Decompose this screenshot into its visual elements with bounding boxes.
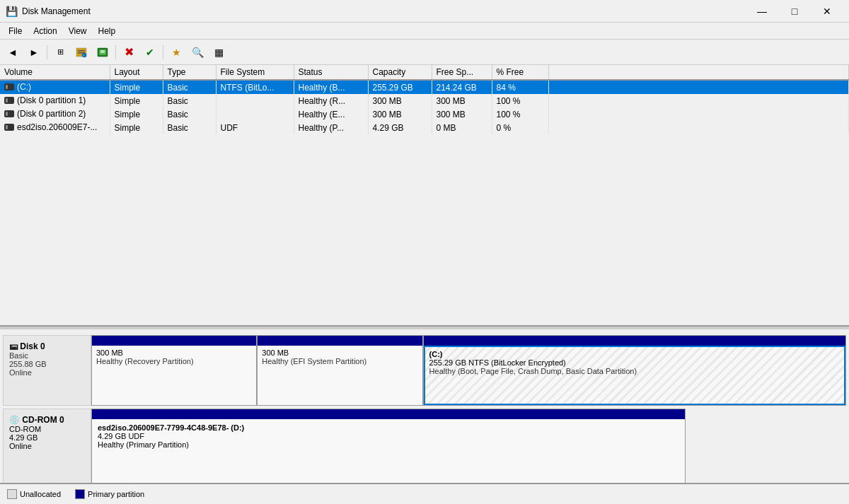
row-icon-0: (C:) [4, 82, 31, 92]
disk0-type: Basic [9, 351, 85, 360]
minimize-button[interactable]: — [746, 0, 778, 23]
disk0-partition1-header [92, 336, 256, 346]
window-controls: — □ ✕ [746, 0, 843, 23]
disk0-partition2[interactable]: 300 MB Healthy (EFI System Partition) [258, 336, 423, 405]
table-cell-6: 0 MB [432, 121, 492, 134]
toolbar-back[interactable]: ◄ [3, 42, 23, 62]
table-cell-5: 300 MB [368, 107, 432, 121]
disk-small-icon [4, 83, 14, 90]
toolbar-delete[interactable]: ✖ [119, 42, 139, 62]
col-free[interactable]: Free Sp... [432, 65, 492, 80]
disk0-partition1[interactable]: 300 MB Healthy (Recovery Partition) [92, 336, 258, 405]
table-cell-1: Simple [110, 80, 163, 94]
table-cell-7: 84 % [492, 80, 548, 94]
table-cell-1: Simple [110, 94, 163, 107]
menu-file[interactable]: File [3, 25, 28, 37]
table-cell-6: 300 MB [432, 107, 492, 121]
cdrom0-partitions[interactable]: esd2iso.206009E7-7799-4C48-9E78- (D:) 4.… [91, 409, 686, 483]
table-cell-1: Simple [110, 121, 163, 134]
toolbar-grid[interactable]: ▦ [209, 42, 229, 62]
table-cell-4: Healthy (P... [294, 121, 368, 134]
table-cell-6: 214.24 GB [432, 80, 492, 94]
menu-view[interactable]: View [63, 25, 93, 37]
close-button[interactable]: ✕ [811, 0, 843, 23]
col-pctfree[interactable]: % Free [492, 65, 548, 80]
table-row[interactable]: esd2iso.206009E7-...SimpleBasicUDFHealth… [0, 121, 849, 134]
disk0-partitions: 300 MB Healthy (Recovery Partition) 300 … [91, 335, 846, 406]
row-icon-3: esd2iso.206009E7-... [4, 122, 97, 132]
table-cell-3: NTFS (BitLo... [216, 80, 294, 94]
disk0-partition1-desc: Healthy (Recovery Partition) [96, 357, 252, 365]
disk0-partition3-desc: Healthy (Boot, Page File, Crash Dump, Ba… [429, 367, 840, 375]
table-cell-2: Basic [163, 80, 216, 94]
toolbar-search[interactable]: 🔍 [187, 42, 207, 62]
disk0-partition3[interactable]: (C:) 255.29 GB NTFS (BitLocker Encrypted… [424, 336, 845, 405]
toolbar-check[interactable]: ✔ [140, 42, 160, 62]
table-cell-3 [216, 94, 294, 107]
col-volume[interactable]: Volume [0, 65, 110, 80]
toolbar-star[interactable]: ★ [166, 42, 186, 62]
table-row[interactable]: (C:)SimpleBasicNTFS (BitLo...Healthy (B.… [0, 80, 849, 94]
disk0-row: 🖴 Disk 0 Basic 255.88 GB Online 300 MB H… [0, 335, 849, 406]
toolbar-properties[interactable]: i [71, 42, 91, 62]
cdrom0-header [92, 409, 685, 419]
cdrom0-type: CD-ROM [9, 425, 85, 433]
legend-bar: Unallocated Primary partition [0, 483, 849, 504]
cdrom0-row: 💿 CD-ROM 0 CD-ROM 4.29 GB Online esd2iso… [0, 409, 849, 483]
table-cell-7: 0 % [492, 121, 548, 134]
table-cell-5: 4.29 GB [368, 121, 432, 134]
table-cell-0: (Disk 0 partition 1) [0, 94, 110, 107]
disk0-partition3-body: (C:) 255.29 GB NTFS (BitLocker Encrypted… [424, 346, 845, 405]
table-cell-3: UDF [216, 121, 294, 134]
table-cell-8 [548, 107, 849, 121]
legend-primary: Primary partition [75, 489, 144, 499]
menu-help[interactable]: Help [93, 25, 122, 37]
disk-small-icon [4, 124, 14, 131]
disk0-partition2-header [258, 336, 422, 346]
table-cell-4: Healthy (R... [294, 94, 368, 107]
disk0-partition2-desc: Healthy (EFI System Partition) [262, 357, 417, 365]
cdrom0-size: 4.29 GB [9, 433, 85, 442]
table-cell-1: Simple [110, 107, 163, 121]
table-cell-4: Healthy (B... [294, 80, 368, 94]
table-cell-7: 100 % [492, 107, 548, 121]
toolbar-up[interactable]: ⊞ [50, 42, 70, 62]
disk0-icon: 🖴 [9, 341, 20, 351]
toolbar: ◄ ► ⊞ i ✖ ✔ ★ 🔍 ▦ [0, 40, 849, 65]
main-content: Volume Layout Type File System Status Ca… [0, 65, 849, 504]
disk0-name: 🖴 Disk 0 [9, 341, 85, 351]
cdrom0-vol-health: Healthy (Primary Partition) [98, 440, 679, 449]
table-row[interactable]: (Disk 0 partition 2)SimpleBasicHealthy (… [0, 107, 849, 121]
col-status[interactable]: Status [294, 65, 368, 80]
volume-table-panel: Volume Layout Type File System Status Ca… [0, 65, 849, 327]
table-cell-0: (Disk 0 partition 2) [0, 107, 110, 121]
row-icon-2: (Disk 0 partition 2) [4, 109, 86, 119]
toolbar-forward[interactable]: ► [24, 42, 44, 62]
legend-unallocated-swatch [7, 489, 17, 499]
toolbar-refresh[interactable] [93, 42, 112, 62]
table-cell-2: Basic [163, 107, 216, 121]
disk0-partition2-body: 300 MB Healthy (EFI System Partition) [258, 346, 422, 405]
disk0-partition3-header [424, 336, 845, 346]
cdrom0-name: 💿 CD-ROM 0 [9, 415, 85, 425]
col-type[interactable]: Type [163, 65, 216, 80]
col-layout[interactable]: Layout [110, 65, 163, 80]
cdrom0-vol-name: esd2iso.206009E7-7799-4C48-9E78- (D:) [98, 423, 679, 432]
legend-unallocated-label: Unallocated [20, 490, 61, 498]
table-cell-0: esd2iso.206009E7-... [0, 121, 110, 134]
table-cell-3 [216, 107, 294, 121]
disk-visualization-panel: 🖴 Disk 0 Basic 255.88 GB Online 300 MB H… [0, 329, 849, 483]
menu-action[interactable]: Action [28, 25, 62, 37]
legend-primary-swatch [75, 489, 85, 499]
table-row[interactable]: (Disk 0 partition 1)SimpleBasicHealthy (… [0, 94, 849, 107]
disk0-partition3-size: 255.29 GB NTFS (BitLocker Encrypted) [429, 358, 840, 367]
table-cell-4: Healthy (E... [294, 107, 368, 121]
disk0-partition1-size: 300 MB [96, 348, 252, 357]
cdrom0-vol-size: 4.29 GB UDF [98, 432, 679, 440]
disk-small-icon [4, 97, 14, 104]
maximize-button[interactable]: □ [778, 0, 811, 23]
legend-primary-label: Primary partition [88, 490, 144, 498]
table-cell-6: 300 MB [432, 94, 492, 107]
col-filesystem[interactable]: File System [216, 65, 294, 80]
col-capacity[interactable]: Capacity [368, 65, 432, 80]
